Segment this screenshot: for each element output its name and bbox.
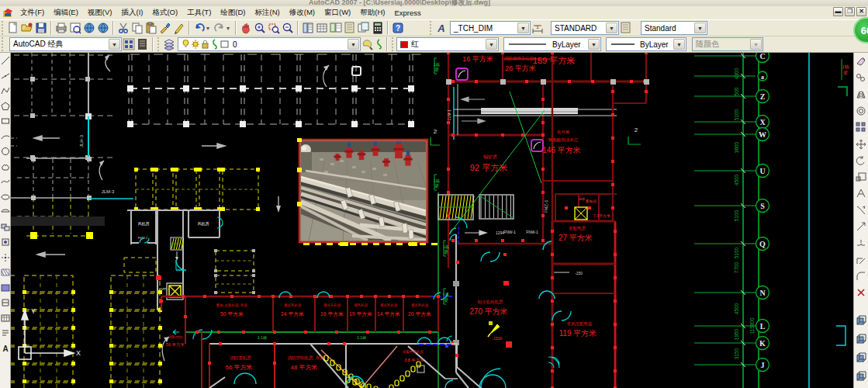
svg-text:27 平方米: 27 平方米 [558,234,593,242]
svg-text:变配电房: 变配电房 [569,226,586,231]
svg-text:梁: 梁 [434,183,439,189]
svg-text:50 平方米: 50 平方米 [220,311,244,317]
svg-text:3150: 3150 [734,348,739,359]
svg-text:20 平方米: 20 平方米 [408,311,431,317]
svg-text:7700: 7700 [734,262,739,273]
svg-text:梁: 梁 [843,70,848,75]
svg-text:-150: -150 [575,271,583,275]
svg-text:聚氨酯泡沫夹芯: 聚氨酯泡沫夹芯 [548,137,579,143]
svg-text:X: X [759,118,766,126]
svg-text:通排风机房: 通排风机房 [380,303,398,307]
svg-text:16 平方米: 16 平方米 [462,55,493,63]
svg-text:制冷机组机房: 制冷机组机房 [478,300,504,305]
svg-text:FNW-2: FNW-2 [138,236,148,240]
svg-text:56 平方米: 56 平方米 [166,342,185,348]
svg-text:L: L [760,322,766,331]
svg-text:锅炉房: 锅炉房 [482,154,497,159]
svg-text:4500: 4500 [734,303,739,314]
svg-text:通风机房: 通风机房 [354,303,368,307]
svg-text:JLH-3: JLH-3 [79,134,84,147]
svg-text:FM乙-1: FM乙-1 [544,199,548,213]
svg-text:?: ? [396,24,400,33]
svg-text:92 平方米: 92 平方米 [470,163,507,172]
svg-text:JLM-1: JLM-1 [447,109,451,120]
svg-text:变风压配电室: 变风压配电室 [567,321,593,327]
svg-text:14 平方米: 14 平方米 [377,311,400,317]
svg-text:19 平方米: 19 平方米 [349,311,372,317]
svg-text:119 平方米: 119 平方米 [559,329,597,338]
svg-text:-1500: -1500 [493,336,503,341]
svg-text:消防控制机房, 库房: 消防控制机房, 库房 [287,355,324,361]
svg-text:24 平方米: 24 平方米 [281,311,304,317]
svg-text:146 平方米: 146 平方米 [542,146,580,154]
svg-text:梁: 梁 [444,249,448,255]
svg-text:消防泵机房: 消防泵机房 [230,355,251,361]
svg-text:风机房: 风机房 [138,221,150,226]
svg-text:有可燃: 有可燃 [557,130,570,134]
svg-text:JLM-3: JLM-3 [102,189,115,194]
svg-text:C: C [759,53,765,61]
svg-text:W: W [759,130,766,139]
svg-text:Y: Y [31,307,36,315]
svg-text:5100: 5100 [734,247,739,258]
svg-text:N: N [759,289,766,297]
svg-text:2: 2 [635,126,638,133]
svg-text:K: K [759,339,766,348]
svg-text:48 平方米: 48 平方米 [290,364,317,371]
svg-text:Z: Z [760,92,766,101]
svg-text:4300: 4300 [734,68,739,79]
svg-text:通排风机房: 通排风机房 [284,303,302,307]
svg-text:梁: 梁 [434,67,439,72]
svg-text:5100: 5100 [734,210,739,221]
svg-text:4500: 4500 [734,174,739,185]
svg-text:风机房: 风机房 [198,221,209,226]
svg-text:U: U [759,167,765,175]
svg-text:500: 500 [734,87,739,95]
svg-text:A: A [437,23,444,34]
svg-text:消毒空调机房: 消毒空调机房 [403,349,424,355]
svg-text:J: J [761,361,765,369]
svg-text:5100: 5100 [734,109,739,120]
svg-text:16 平方米: 16 平方米 [320,311,344,317]
svg-text:FNW-1: FNW-1 [526,230,538,234]
svg-text:通排干机房: 通排干机房 [323,303,341,307]
svg-text:配电,水泵机房, 库房: 配电,水泵机房, 库房 [216,303,247,307]
svg-text:a: a [761,74,764,81]
svg-text:2: 2 [434,128,437,135]
svg-text:7.3平方米: 7.3平方米 [593,213,610,219]
svg-text:270 平方米: 270 平方米 [469,307,507,316]
svg-text:159 平方米: 159 平方米 [533,56,575,65]
svg-text:FNW-1: FNW-1 [503,230,516,234]
svg-text:26 平方米: 26 平方米 [505,64,536,72]
svg-text:消防值班办公室: 消防值班办公室 [504,56,534,61]
svg-text:3.8 平方米: 3.8 平方米 [404,358,424,363]
svg-text:电梯: 电梯 [579,197,585,201]
svg-text:1栋: 1栋 [842,64,849,70]
svg-text:Q: Q [759,240,766,248]
svg-text:115800: 115800 [749,317,755,334]
svg-text:56 平方米: 56 平方米 [225,364,252,371]
svg-text:1950: 1950 [734,328,739,340]
svg-text:3600: 3600 [734,141,739,153]
svg-text:通排风机房: 通排风机房 [411,303,429,307]
svg-text:配电间: 配电间 [586,199,597,204]
svg-text:消防控制: 消防控制 [168,334,183,339]
svg-text:S: S [760,202,765,210]
svg-text:1:1梯: 1:1梯 [258,335,267,340]
svg-text:A: A [2,345,8,353]
svg-text:1:1梯: 1:1梯 [357,335,366,340]
svg-text:X: X [76,349,81,357]
svg-text:1294: 1294 [496,230,504,235]
